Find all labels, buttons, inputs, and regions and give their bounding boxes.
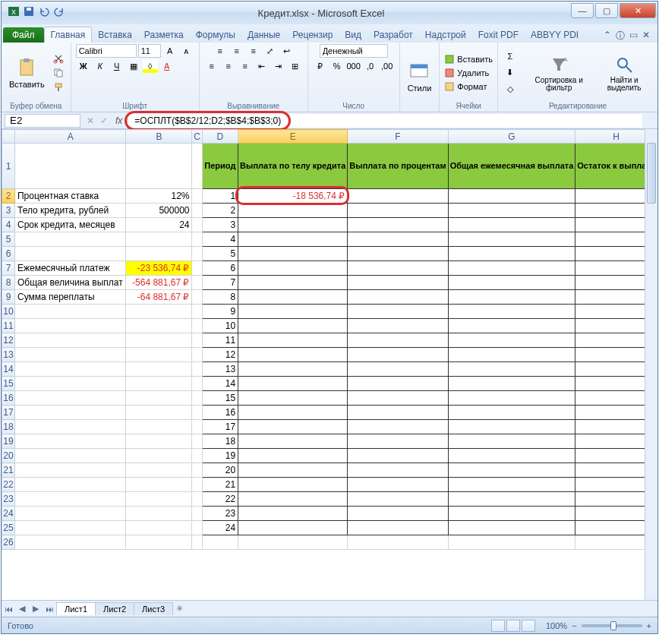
tab-home[interactable]: Главная — [44, 27, 93, 43]
row-header-13[interactable]: 13 — [2, 348, 15, 362]
cell-G13[interactable] — [448, 348, 575, 362]
currency-icon[interactable]: ₽ — [313, 59, 328, 73]
cell-C7[interactable] — [192, 261, 202, 276]
cell-B9[interactable]: -64 881,67 ₽ — [126, 290, 192, 305]
cell-C24[interactable] — [192, 507, 202, 521]
cell-F10[interactable] — [348, 305, 448, 319]
align-top-icon[interactable]: ≡ — [213, 44, 228, 58]
cell-G2[interactable] — [448, 189, 575, 204]
cell-D21[interactable]: 20 — [202, 463, 238, 478]
cell-E17[interactable] — [238, 406, 348, 420]
cell-E10[interactable] — [238, 305, 348, 319]
cell-A20[interactable] — [14, 449, 126, 463]
cell-B21[interactable] — [126, 463, 192, 478]
cell-G7[interactable] — [448, 261, 575, 276]
tab-abbyy[interactable]: ABBYY PDI — [525, 27, 585, 43]
col-header-D[interactable]: D — [202, 130, 238, 144]
cell-E23[interactable] — [238, 492, 348, 507]
row-header-2[interactable]: 2 — [2, 189, 15, 204]
cell-E16[interactable] — [238, 391, 348, 406]
row-header-23[interactable]: 23 — [2, 492, 15, 507]
cell-A16[interactable] — [14, 391, 126, 406]
cell-F13[interactable] — [348, 348, 448, 362]
name-box[interactable] — [5, 114, 80, 128]
cell-A3[interactable]: Тело кредита, рублей — [14, 204, 126, 218]
minimize-ribbon-icon[interactable]: ⌃ — [604, 30, 611, 43]
cell-D15[interactable]: 14 — [202, 377, 238, 391]
sheet-tab-2[interactable]: Лист2 — [95, 602, 134, 615]
cell-A13[interactable] — [14, 348, 126, 362]
row-header-4[interactable]: 4 — [2, 218, 15, 232]
cell-G8[interactable] — [448, 276, 575, 290]
row-header-7[interactable]: 7 — [2, 261, 15, 276]
row-header-14[interactable]: 14 — [2, 362, 15, 377]
tab-layout[interactable]: Разметка — [138, 27, 190, 43]
maximize-button[interactable]: ▢ — [595, 3, 618, 18]
save-icon[interactable] — [23, 5, 35, 21]
cell-C13[interactable] — [192, 348, 202, 362]
cell-A4[interactable]: Срок кредита, месяцев — [14, 218, 126, 232]
row-header-22[interactable]: 22 — [2, 478, 15, 492]
cell-D18[interactable]: 17 — [202, 420, 238, 434]
cell-B11[interactable] — [126, 319, 192, 333]
percent-icon[interactable]: % — [330, 59, 345, 73]
cell-E11[interactable] — [238, 319, 348, 333]
cell-G9[interactable] — [448, 290, 575, 305]
cell-F21[interactable] — [348, 463, 448, 478]
cell-C6[interactable] — [192, 247, 202, 261]
cell-F2[interactable] — [348, 189, 448, 204]
cell-F22[interactable] — [348, 478, 448, 492]
cell-G6[interactable] — [448, 247, 575, 261]
cell-F4[interactable] — [348, 218, 448, 232]
cell-D6[interactable]: 5 — [202, 247, 238, 261]
cell-D10[interactable]: 9 — [202, 305, 238, 319]
cell-C8[interactable] — [192, 276, 202, 290]
cell-A15[interactable] — [14, 377, 126, 391]
row-header-5[interactable]: 5 — [2, 232, 15, 247]
cell-D13[interactable]: 12 — [202, 348, 238, 362]
cell-A10[interactable] — [14, 305, 126, 319]
cell-F19[interactable] — [348, 434, 448, 449]
redo-icon[interactable] — [53, 5, 65, 21]
cell-E3[interactable] — [238, 204, 348, 218]
col-header-B[interactable]: B — [126, 130, 192, 144]
cell-F24[interactable] — [348, 507, 448, 521]
cell-B18[interactable] — [126, 420, 192, 434]
cell-B15[interactable] — [126, 377, 192, 391]
cell-C19[interactable] — [192, 434, 202, 449]
cell-F18[interactable] — [348, 420, 448, 434]
cell-E22[interactable] — [238, 478, 348, 492]
cell-B22[interactable] — [126, 478, 192, 492]
cell-A2[interactable]: Процентная ставка — [14, 189, 126, 204]
row-header-11[interactable]: 11 — [2, 319, 15, 333]
cell-B3[interactable]: 500000 — [126, 204, 192, 218]
row-header-19[interactable]: 19 — [2, 434, 15, 449]
fill-color-icon[interactable]: ◊ — [143, 59, 158, 73]
cell-D3[interactable]: 2 — [202, 204, 238, 218]
cell-A17[interactable] — [14, 406, 126, 420]
tab-nav-last-icon[interactable]: ⏭ — [43, 605, 56, 614]
row-header-10[interactable]: 10 — [2, 305, 15, 319]
cell-A18[interactable] — [14, 420, 126, 434]
tab-nav-next-icon[interactable]: ▶ — [29, 604, 43, 614]
cell-C21[interactable] — [192, 463, 202, 478]
tab-review[interactable]: Рецензир — [286, 27, 339, 43]
cell-F9[interactable] — [348, 290, 448, 305]
row-header-16[interactable]: 16 — [2, 391, 15, 406]
autosum-icon[interactable]: Σ — [503, 49, 518, 63]
window-restore-icon[interactable]: ▭ — [629, 30, 638, 43]
cell-C12[interactable] — [192, 333, 202, 348]
cell-E25[interactable] — [238, 521, 348, 535]
cell-E20[interactable] — [238, 449, 348, 463]
cell-E2[interactable]: -18 536,74 ₽ — [238, 189, 348, 204]
cell-D12[interactable]: 11 — [202, 333, 238, 348]
cell-F11[interactable] — [348, 319, 448, 333]
zoom-in-icon[interactable]: + — [647, 621, 651, 630]
cell-E5[interactable] — [238, 232, 348, 247]
tab-developer[interactable]: Разработ — [367, 27, 419, 43]
row-header-20[interactable]: 20 — [2, 449, 15, 463]
help-icon[interactable]: ⓘ — [616, 30, 625, 43]
cell-C17[interactable] — [192, 406, 202, 420]
cell-A7[interactable]: Ежемесячный платеж — [14, 261, 126, 276]
col-header-F[interactable]: F — [348, 130, 448, 144]
